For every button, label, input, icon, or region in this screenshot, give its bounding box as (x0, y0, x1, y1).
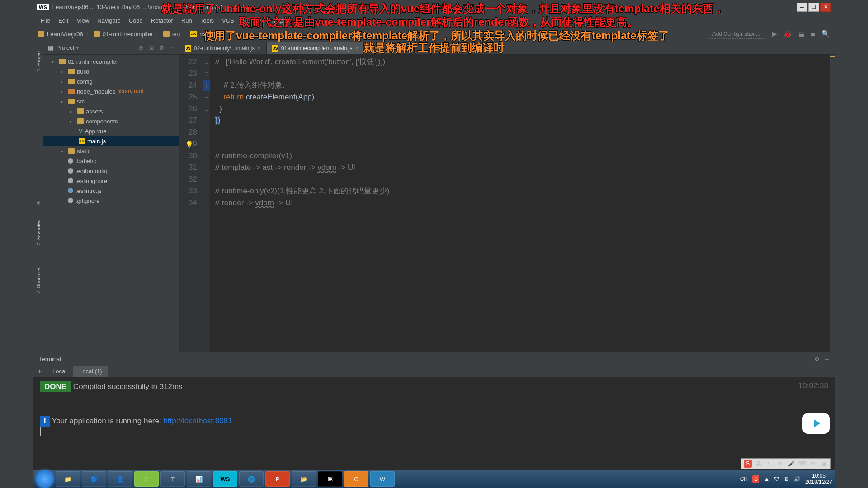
taskbar-webstorm[interactable]: WS (213, 471, 237, 487)
terminal-hide-icon[interactable]: ─ (825, 356, 829, 362)
ime-toolbar[interactable]: S 英 •, ☺ 🎤 ⌨ ⚙ ▦ (741, 458, 831, 469)
ime-punct: •, (765, 460, 774, 468)
windows-taskbar: 📁 🔵 👤 C T 📊 WS 🌐 P 📂 ⌘ C W CH S ▲ 🛡 🖥 🔊 … (33, 470, 835, 488)
terminal-add-button[interactable]: + (33, 367, 46, 375)
terminal-tab-local[interactable]: Local (46, 366, 73, 377)
favorite-star-icon[interactable]: ★ (36, 199, 41, 206)
titlebar: WS LearnVuejs06 ... 13-Vuejs Day 06 ... … (33, 0, 835, 14)
tree-item-mainjs: JSmain.js (43, 136, 179, 146)
sogou-icon: S (744, 460, 752, 468)
menu-navigate[interactable]: Navigate (94, 16, 124, 25)
sidebar-favorites[interactable]: 2: Favorites (36, 220, 41, 245)
folder-icon (38, 31, 44, 37)
intention-bulb-icon[interactable]: 💡 (185, 139, 193, 150)
taskbar-app[interactable]: C (344, 471, 368, 487)
menu-tools[interactable]: Tools (197, 16, 217, 25)
project-panel: ▤ Project ▾ ⊕ ⇲ ⚙ ─ ▾01-runtimecompiler … (43, 41, 179, 352)
ime-mic-icon: 🎤 (787, 460, 795, 468)
taskbar-app[interactable]: 🔵 (82, 471, 106, 487)
tray-volume-icon: 🔊 (794, 476, 801, 482)
coverage-button[interactable]: ⬓ (798, 30, 805, 38)
taskbar-powerpoint[interactable]: P (265, 471, 290, 487)
taskbar-app[interactable]: T (160, 471, 185, 487)
taskbar-wps[interactable]: W (370, 471, 395, 487)
ime-settings-icon: ⚙ (809, 460, 817, 468)
menu-help[interactable]: Help (268, 16, 287, 25)
menu-vcs[interactable]: VCS (218, 16, 238, 25)
menu-edit[interactable]: Edit (55, 16, 72, 25)
sidebar-structure[interactable]: 7: Structure (36, 268, 41, 294)
menu-code[interactable]: Code (125, 16, 146, 25)
terminal-settings-icon[interactable]: ⚙ (814, 356, 820, 362)
folder-icon (94, 31, 100, 37)
menu-refactor[interactable]: Refactor (147, 16, 177, 25)
terminal-tab-local1[interactable]: Local (1) (73, 366, 108, 377)
stop-button[interactable]: ■ (811, 30, 815, 38)
done-badge: DONE (40, 381, 71, 392)
project-view-icon[interactable]: ▤ (48, 44, 53, 51)
menubar: File Edit View Navigate Code Refactor Ru… (33, 14, 835, 27)
sidebar-project[interactable]: 1: Project (36, 50, 41, 71)
run-button[interactable]: ▶ (772, 30, 777, 38)
taskbar-chrome[interactable]: 🌐 (239, 471, 264, 487)
terminal-output[interactable]: DONE Compiled successfully in 312ms 10:0… (33, 378, 835, 482)
taskbar-app[interactable]: 📁 (56, 471, 80, 487)
editor-tabs: JS02-runtimeonly\...\main.js× JS01-runti… (179, 41, 835, 55)
error-stripe[interactable] (829, 55, 835, 352)
taskbar-app[interactable]: 📊 (187, 471, 211, 487)
settings-icon[interactable]: ⚙ (159, 44, 165, 51)
tab-runtimeonly[interactable]: JS02-runtimeonly\...\main.js× (179, 42, 266, 54)
taskbar-explorer[interactable]: 📂 (292, 471, 316, 487)
taskbar-app[interactable]: C (134, 471, 159, 487)
project-title[interactable]: Project (56, 44, 74, 51)
localhost-link[interactable]: http://localhost:8081 (163, 417, 232, 425)
menu-view[interactable]: View (73, 16, 93, 25)
info-badge: I (40, 416, 50, 427)
code-editor[interactable]: 222324 252627 282930 313233 34 ⊟⊟⌋ ⊟⊟ //… (179, 55, 835, 352)
terminal-panel: Terminal ⚙ ─ + Local Local (1) × DONE Co… (33, 352, 835, 482)
project-tree[interactable]: ▾01-runtimecompiler ▸build ▸config ▸node… (43, 55, 179, 352)
start-button[interactable] (36, 470, 54, 488)
terminal-cursor (40, 427, 41, 436)
tray-up-icon: ▲ (764, 476, 769, 482)
terminal-title: Terminal (39, 356, 61, 362)
add-configuration-button[interactable]: Add Configuration... (708, 29, 765, 39)
fold-gutter[interactable]: ⊟⊟⌋ ⊟⊟ (203, 55, 210, 352)
tray-network-icon: 🖥 (784, 476, 789, 482)
navbar: LearnVuejs06〉 01-runtimecompiler〉 src〉 J… (33, 27, 835, 41)
vue-icon: V (79, 128, 83, 135)
menu-window[interactable]: Window (239, 16, 267, 25)
tab-runtimecompiler[interactable]: JS01-runtimecompiler\...\main.js× (266, 42, 364, 54)
ime-lang: 英 (755, 460, 763, 468)
code-content[interactable]: // ['Hello World', createElement('button… (210, 55, 829, 352)
terminal-timestamp: 10:02:38 (798, 381, 828, 390)
taskbar-cmd[interactable]: ⌘ (318, 471, 342, 487)
video-watermark-icon (802, 413, 830, 434)
collapse-all-icon[interactable]: ⇲ (149, 44, 154, 51)
ime-keyboard-icon: ⌨ (798, 460, 806, 468)
tray-clock[interactable]: 10:052018/12/27 (805, 473, 832, 485)
menu-run[interactable]: Run (178, 16, 196, 25)
line-gutter: 222324 252627 282930 313233 34 (179, 55, 203, 352)
debug-button[interactable]: 🐞 (783, 30, 792, 38)
folder-icon (163, 31, 170, 37)
webstorm-badge: WS (37, 4, 49, 10)
close-button[interactable]: ✕ (820, 3, 831, 12)
system-tray[interactable]: CH S ▲ 🛡 🖥 🔊 10:052018/12/27 (740, 473, 832, 485)
tray-shield-icon: 🛡 (774, 476, 779, 482)
js-icon: JS (190, 31, 197, 37)
hide-panel-icon[interactable]: ─ (170, 44, 174, 51)
scroll-from-source-icon[interactable]: ⊕ (138, 44, 143, 51)
window-title: LearnVuejs06 ... 13-Vuejs Day 06 ... \sr… (52, 4, 797, 10)
ime-menu-icon: ▦ (820, 460, 828, 468)
ime-face-icon: ☺ (776, 460, 784, 468)
minimize-button[interactable]: ─ (797, 3, 807, 12)
breadcrumb[interactable]: LearnVuejs06〉 01-runtimecompiler〉 src〉 J… (38, 31, 218, 38)
sogou-tray-icon: S (752, 475, 760, 483)
search-button[interactable]: 🔍 (821, 30, 830, 38)
menu-file[interactable]: File (37, 16, 54, 25)
editor-area: JS02-runtimeonly\...\main.js× JS01-runti… (179, 41, 835, 352)
taskbar-app[interactable]: 👤 (108, 471, 132, 487)
maximize-button[interactable]: ☐ (808, 3, 819, 12)
